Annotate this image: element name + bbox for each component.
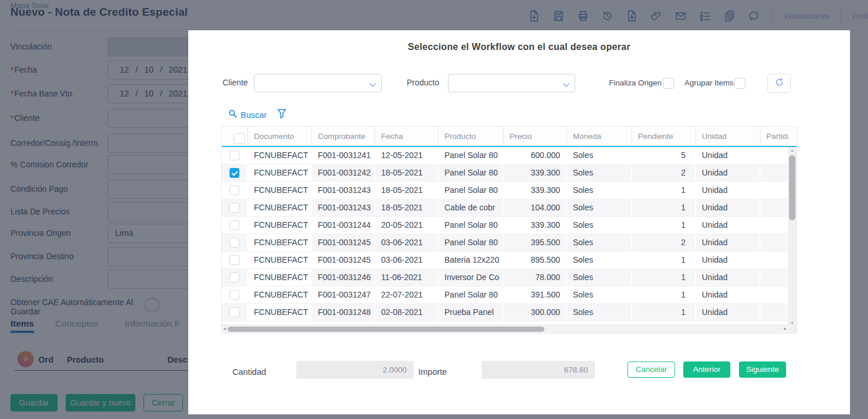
cell-documento: FCNUBEFACT [248, 269, 312, 286]
cell-unidad: Unidad [696, 252, 761, 268]
next-button[interactable]: Siguiente [739, 361, 786, 378]
column-moneda: Moneda [567, 127, 632, 146]
horizontal-scroll-thumb[interactable] [228, 327, 544, 332]
chevron-down-icon [562, 80, 570, 90]
cell-partida [761, 164, 788, 181]
cell-moneda: Soles [567, 234, 632, 251]
search-label: Buscar [241, 110, 267, 120]
cell-documento: FCNUBEFACT [248, 182, 312, 199]
importe-label: Importe [418, 367, 447, 377]
table-header: Documento Comprobante Fecha Producto Pre… [222, 127, 797, 147]
cell-comprobante: F001-0031246 [312, 269, 375, 286]
cell-pendiente: 1 [632, 269, 696, 286]
row-checkbox[interactable] [229, 273, 239, 282]
table-row[interactable]: FCNUBEFACT F001-0031245 03-06-2021 Bater… [222, 252, 788, 269]
row-checkbox[interactable] [229, 238, 239, 248]
finaliza-origen-checkbox[interactable] [663, 78, 674, 89]
search-icon [228, 109, 237, 120]
table-row[interactable]: FCNUBEFACT F001-0031247 22-07-2021 Panel… [222, 287, 788, 304]
cell-pendiente: 1 [632, 304, 696, 321]
vertical-scroll-thumb[interactable] [789, 155, 795, 220]
cell-producto: Panel Solar 80 [439, 147, 504, 164]
scroll-down-arrow[interactable]: ▼ [790, 321, 794, 325]
cell-documento: FCNUBEFACT [248, 147, 312, 164]
cell-fecha: 03-06-2021 [375, 252, 439, 268]
cell-precio: 78.000 [504, 269, 567, 286]
cell-pendiente: 2 [632, 234, 696, 251]
cell-unidad: Unidad [696, 199, 761, 216]
cell-unidad: Unidad [696, 147, 761, 164]
cell-producto: Bateria 12x220 [439, 252, 504, 268]
agrupar-items-checkbox[interactable] [734, 78, 745, 89]
select-all-checkbox[interactable] [234, 133, 245, 144]
cell-comprobante: F001-0031245 [312, 252, 375, 268]
cell-comprobante: F001-0031243 [312, 199, 375, 216]
filter-icon[interactable] [277, 109, 286, 121]
column-partida: Partida [761, 127, 788, 146]
cell-moneda: Soles [567, 147, 632, 164]
cell-precio: 895.500 [504, 252, 567, 268]
cell-fecha: 18-05-2021 [375, 182, 439, 199]
cell-fecha: 18-05-2021 [375, 164, 439, 181]
scrollbar-corner [788, 325, 797, 333]
scroll-left-arrow[interactable]: ◄ [223, 327, 227, 331]
workflow-modal: Seleccione el Workflow con el cual desea… [188, 30, 850, 414]
table-row[interactable]: FCNUBEFACT F001-0031246 11-06-2021 Inver… [222, 269, 788, 287]
scroll-right-arrow[interactable]: ► [783, 327, 787, 331]
cell-moneda: Soles [567, 199, 632, 216]
row-checkbox[interactable] [229, 220, 239, 230]
producto-select[interactable] [448, 74, 575, 92]
cell-documento: FCNUBEFACT [248, 304, 312, 321]
cell-producto: Cable de cobr [439, 199, 504, 216]
row-checkbox[interactable] [229, 151, 239, 160]
cliente-label: Cliente [223, 78, 248, 87]
cell-partida [761, 287, 788, 303]
cell-partida [761, 234, 788, 251]
cell-comprobante: F001-0031242 [312, 164, 375, 181]
cell-producto: Panel Solar 80 [439, 287, 504, 303]
cell-documento: FCNUBEFACT [248, 164, 312, 181]
table-row[interactable]: FCNUBEFACT F001-0031248 02-08-2021 Prueb… [222, 304, 788, 321]
table-row[interactable]: FCNUBEFACT F001-0031244 20-05-2021 Panel… [222, 217, 788, 234]
cancel-button[interactable]: Cancelar [627, 361, 675, 378]
cell-partida [761, 182, 788, 199]
table-row[interactable]: FCNUBEFACT F001-0031241 12-05-2021 Panel… [222, 147, 788, 164]
cell-fecha: 11-06-2021 [375, 269, 439, 286]
row-checkbox[interactable] [229, 307, 239, 317]
cell-precio: 104.000 [504, 199, 567, 216]
table-body: FCNUBEFACT F001-0031241 12-05-2021 Panel… [222, 147, 788, 327]
cell-fecha: 18-05-2021 [375, 199, 439, 216]
finaliza-origen-label: Finaliza Origen [609, 78, 662, 87]
row-checkbox[interactable] [229, 203, 239, 213]
column-comprobante: Comprobante [312, 127, 375, 146]
row-checkbox[interactable] [229, 255, 239, 265]
row-checkbox[interactable] [229, 168, 239, 178]
table-row[interactable]: FCNUBEFACT F001-0031245 03-06-2021 Panel… [222, 234, 788, 252]
horizontal-scrollbar[interactable]: ◄ ► [222, 325, 788, 333]
cell-pendiente: 1 [632, 199, 696, 216]
cell-partida [761, 269, 788, 286]
table-row[interactable]: FCNUBEFACT F001-0031243 18-05-2021 Cable… [222, 199, 788, 217]
cell-documento: FCNUBEFACT [248, 217, 312, 234]
cell-precio: 395.500 [504, 234, 567, 251]
scroll-up-arrow[interactable]: ▲ [790, 148, 794, 152]
vertical-scrollbar[interactable]: ▲ ▼ [788, 147, 797, 325]
table-row[interactable]: FCNUBEFACT F001-0031242 18-05-2021 Panel… [222, 164, 788, 182]
cell-comprobante: F001-0031248 [312, 304, 375, 321]
previous-button[interactable]: Anterior [683, 361, 730, 378]
cell-precio: 391.500 [504, 287, 567, 303]
cliente-select[interactable] [254, 74, 382, 92]
cell-comprobante: F001-0031241 [312, 147, 375, 164]
cell-unidad: Unidad [696, 182, 761, 199]
cell-moneda: Soles [567, 182, 632, 199]
search-action[interactable]: Buscar [228, 109, 286, 121]
cell-partida [761, 217, 788, 234]
cell-precio: 339.300 [504, 164, 567, 181]
cell-precio: 339.300 [504, 182, 567, 199]
table-row[interactable]: FCNUBEFACT F001-0031243 18-05-2021 Panel… [222, 182, 788, 199]
column-producto: Producto [439, 127, 504, 146]
cell-unidad: Unidad [696, 164, 761, 181]
row-checkbox[interactable] [229, 185, 239, 195]
refresh-button[interactable] [767, 74, 791, 93]
row-checkbox[interactable] [229, 290, 239, 300]
